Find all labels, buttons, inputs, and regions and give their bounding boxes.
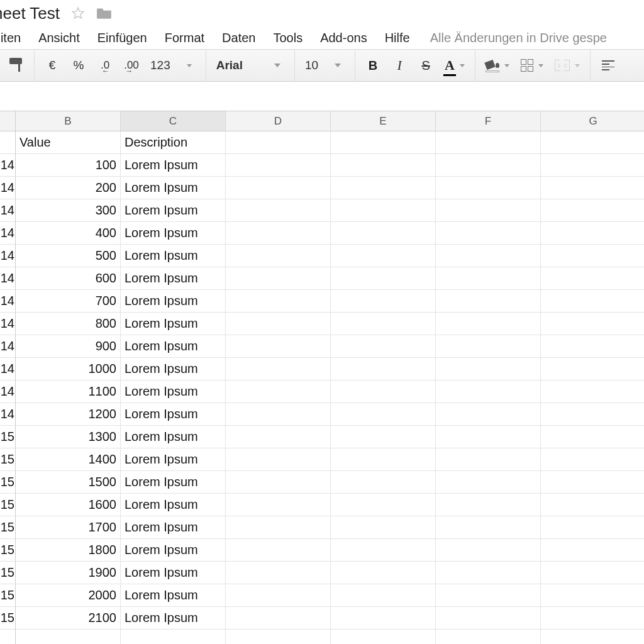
cell[interactable]: 2100 [16,607,121,630]
merge-cells-button[interactable] [555,55,580,75]
cell[interactable] [226,267,331,290]
cell[interactable] [541,313,644,335]
cell[interactable] [541,630,644,644]
cell[interactable] [436,358,541,380]
row-header[interactable]: 14 [0,290,16,313]
menu-item-insert[interactable]: Einfügen [97,31,147,45]
row-header[interactable]: 15 [0,562,16,584]
cell[interactable]: 1500 [16,471,121,494]
cell[interactable]: 1400 [16,448,121,471]
text-color-button[interactable]: A [445,55,465,75]
cell[interactable] [331,245,436,267]
cell[interactable] [226,380,331,403]
cell[interactable]: Lorem Ipsum [121,222,226,245]
spreadsheet-grid[interactable]: B C D E F G Value Description 14100Lorem… [0,111,644,644]
cell[interactable]: Lorem Ipsum [121,199,226,222]
column-header[interactable] [0,111,16,131]
cell[interactable] [541,335,644,358]
column-header-f[interactable]: F [436,111,541,131]
cell[interactable] [436,199,541,222]
column-header-e[interactable]: E [331,111,436,131]
cell[interactable]: Lorem Ipsum [121,403,226,426]
cell[interactable] [436,245,541,267]
cell[interactable]: 1100 [16,380,121,403]
cell[interactable] [226,539,331,562]
cell[interactable] [541,131,644,154]
decrease-decimal-button[interactable]: .0← [97,55,113,75]
cell[interactable] [226,562,331,584]
cell[interactable]: Lorem Ipsum [121,607,226,630]
cell[interactable] [226,199,331,222]
cell[interactable] [331,448,436,471]
column-header-d[interactable]: D [226,111,331,131]
cell[interactable] [331,313,436,335]
cell[interactable]: 200 [16,177,121,199]
row-header[interactable]: 14 [0,313,16,335]
cell[interactable]: Lorem Ipsum [121,358,226,380]
cell[interactable] [541,516,644,539]
increase-decimal-button[interactable]: .00→ [124,55,139,75]
row-header[interactable]: 14 [0,380,16,403]
horizontal-align-button[interactable] [601,55,616,75]
row-header[interactable]: 14 [0,245,16,267]
cell[interactable] [541,426,644,448]
row-header[interactable]: 15 [0,539,16,562]
cell[interactable] [541,539,644,562]
cell[interactable] [226,154,331,177]
cell[interactable] [226,494,331,516]
cell[interactable] [226,607,331,630]
menu-item-data[interactable]: Daten [222,31,255,45]
star-icon[interactable] [71,6,85,20]
cell[interactable] [541,448,644,471]
cell[interactable] [541,154,644,177]
cell[interactable] [541,562,644,584]
cell[interactable] [541,403,644,426]
cell[interactable]: Lorem Ipsum [121,245,226,267]
cell[interactable] [436,222,541,245]
strikethrough-button[interactable]: S [418,55,433,75]
cell[interactable]: 1000 [16,358,121,380]
cell[interactable] [541,380,644,403]
row-header[interactable]: 15 [0,471,16,494]
cell[interactable]: 1300 [16,426,121,448]
cell[interactable]: Lorem Ipsum [121,267,226,290]
row-header[interactable]: 15 [0,607,16,630]
cell[interactable] [226,630,331,644]
cell[interactable] [436,448,541,471]
cell[interactable]: Lorem Ipsum [121,448,226,471]
cell[interactable] [436,403,541,426]
cell[interactable] [331,584,436,607]
row-header[interactable]: 15 [0,516,16,539]
cell[interactable] [331,539,436,562]
cell[interactable] [331,222,436,245]
row-header[interactable]: 14 [0,267,16,290]
cell[interactable] [226,516,331,539]
cell[interactable] [436,607,541,630]
cell[interactable] [541,177,644,199]
cell[interactable] [226,222,331,245]
row-header[interactable]: 14 [0,358,16,380]
cell[interactable] [436,494,541,516]
cell[interactable] [226,313,331,335]
cell[interactable]: 1700 [16,516,121,539]
cell[interactable]: 1600 [16,494,121,516]
cell[interactable] [541,584,644,607]
row-header[interactable]: 15 [0,426,16,448]
cell[interactable] [436,516,541,539]
cell[interactable] [226,245,331,267]
cell[interactable] [331,403,436,426]
cell[interactable] [226,335,331,358]
cell[interactable] [541,245,644,267]
cell[interactable] [331,199,436,222]
document-title[interactable]: heet Test [0,4,60,23]
column-header-c[interactable]: C [121,111,226,131]
row-header[interactable]: 14 [0,403,16,426]
cell[interactable] [331,267,436,290]
font-size-dropdown[interactable]: 10 [305,55,345,75]
cell[interactable] [541,494,644,516]
cell[interactable]: Lorem Ipsum [121,335,226,358]
cell[interactable]: 1200 [16,403,121,426]
cell[interactable]: 1800 [16,539,121,562]
paint-format-button[interactable] [9,55,24,75]
cell[interactable]: Lorem Ipsum [121,154,226,177]
